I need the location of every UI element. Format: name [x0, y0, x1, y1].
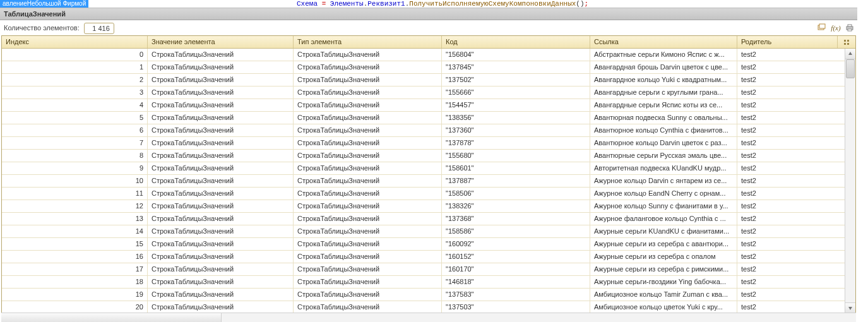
scroll-track[interactable] — [845, 59, 855, 302]
fx-icon[interactable]: f(x) — [831, 23, 841, 33]
cell-type: СтрокаТаблицыЗначений — [294, 238, 442, 250]
cell-value: СтрокаТаблицыЗначений — [148, 74, 294, 86]
cell-index: 14 — [2, 225, 148, 237]
cell-index: 19 — [2, 289, 148, 301]
table-row[interactable]: 11СтрокаТаблицыЗначенийСтрокаТаблицыЗнач… — [2, 188, 845, 200]
element-count-line: Количество элементов: 1 416 — [0, 21, 857, 35]
cell-value: СтрокаТаблицыЗначений — [148, 200, 294, 212]
cell-type: СтрокаТаблицыЗначений — [294, 213, 442, 225]
horizontal-scrollbar[interactable] — [1, 313, 856, 322]
column-header-type[interactable]: Тип элемента — [294, 36, 442, 48]
cell-code: "156804" — [442, 49, 590, 61]
cell-type: СтрокаТаблицыЗначений — [294, 61, 442, 73]
cell-value: СтрокаТаблицыЗначений — [148, 238, 294, 250]
cell-link: Абстрактные серьги Кимоно Яспис с ж... — [590, 49, 737, 61]
scroll-up-arrow-icon[interactable] — [845, 49, 855, 59]
table-row[interactable]: 9СтрокаТаблицыЗначенийСтрокаТаблицыЗначе… — [2, 162, 845, 175]
column-config-icon[interactable] — [838, 36, 855, 48]
print-icon[interactable] — [845, 23, 855, 33]
cell-parent: test2 — [737, 200, 845, 212]
cell-link: Ажурное фаланговое кольцо Cynthia с ... — [590, 213, 737, 225]
cell-type: СтрокаТаблицыЗначений — [294, 188, 442, 200]
table-row[interactable]: 2СтрокаТаблицыЗначенийСтрокаТаблицыЗначе… — [2, 74, 845, 86]
svg-marker-9 — [848, 52, 852, 55]
table-row[interactable]: 17СтрокаТаблицыЗначенийСтрокаТаблицыЗнач… — [2, 263, 845, 276]
table-row[interactable]: 16СтрокаТаблицыЗначенийСтрокаТаблицыЗнач… — [2, 251, 845, 263]
element-count-input[interactable]: 1 416 — [84, 23, 114, 34]
cell-code: "158601" — [442, 162, 590, 174]
cell-link: Авантюрное кольцо Cynthia с фианитов... — [590, 124, 737, 136]
cell-value: СтрокаТаблицыЗначений — [148, 276, 294, 288]
cell-index: 8 — [2, 150, 148, 162]
cell-index: 20 — [2, 301, 148, 313]
cell-parent: test2 — [737, 74, 845, 86]
cell-type: СтрокаТаблицыЗначений — [294, 124, 442, 136]
cell-type: СтрокаТаблицыЗначений — [294, 49, 442, 61]
svg-rect-6 — [847, 40, 849, 42]
column-header-index[interactable]: Индекс — [2, 36, 148, 48]
table-row[interactable]: 6СтрокаТаблицыЗначенийСтрокаТаблицыЗначе… — [2, 124, 845, 137]
panel-title: ТаблицаЗначений — [0, 8, 857, 20]
column-header-value[interactable]: Значение элемента — [148, 36, 294, 48]
table-row[interactable]: 0СтрокаТаблицыЗначенийСтрокаТаблицыЗначе… — [2, 49, 845, 61]
table-row[interactable]: 10СтрокаТаблицыЗначенийСтрокаТаблицыЗнач… — [2, 175, 845, 188]
table-row[interactable]: 7СтрокаТаблицыЗначенийСтрокаТаблицыЗначе… — [2, 137, 845, 150]
cell-value: СтрокаТаблицыЗначений — [148, 99, 294, 111]
cell-code: "137502" — [442, 74, 590, 86]
table-row[interactable]: 8СтрокаТаблицыЗначенийСтрокаТаблицыЗначе… — [2, 150, 845, 162]
cell-parent: test2 — [737, 238, 845, 250]
cell-type: СтрокаТаблицыЗначений — [294, 74, 442, 86]
table-row[interactable]: 14СтрокаТаблицыЗначенийСтрокаТаблицыЗнач… — [2, 225, 845, 238]
cell-value: СтрокаТаблицыЗначений — [148, 213, 294, 225]
table-row[interactable]: 12СтрокаТаблицыЗначенийСтрокаТаблицыЗнач… — [2, 200, 845, 213]
cards-icon[interactable] — [817, 23, 827, 33]
table-row[interactable]: 5СтрокаТаблицыЗначенийСтрокаТаблицыЗначе… — [2, 112, 845, 124]
cell-code: "137360" — [442, 124, 590, 136]
cell-type: СтрокаТаблицыЗначений — [294, 200, 442, 212]
table-row[interactable]: 18СтрокаТаблицыЗначенийСтрокаТаблицыЗнач… — [2, 276, 845, 289]
cell-value: СтрокаТаблицыЗначений — [148, 188, 294, 200]
cell-code: "154457" — [442, 99, 590, 111]
cell-code: "158506" — [442, 188, 590, 200]
cell-code: "160092" — [442, 238, 590, 250]
column-header-code[interactable]: Код — [442, 36, 590, 48]
table-row[interactable]: 3СтрокаТаблицыЗначенийСтрокаТаблицыЗначе… — [2, 86, 845, 99]
scroll-thumb[interactable] — [846, 59, 855, 78]
svg-rect-3 — [848, 25, 852, 27]
table-row[interactable]: 1СтрокаТаблицыЗначенийСтрокаТаблицыЗначе… — [2, 61, 845, 74]
cell-value: СтрокаТаблицыЗначений — [148, 150, 294, 162]
cell-code: "160152" — [442, 251, 590, 263]
cell-parent: test2 — [737, 61, 845, 73]
cell-index: 12 — [2, 200, 148, 212]
cell-parent: test2 — [737, 225, 845, 237]
vertical-scrollbar[interactable] — [845, 49, 855, 313]
cell-index: 3 — [2, 86, 148, 98]
cell-type: СтрокаТаблицыЗначений — [294, 99, 442, 111]
cell-index: 10 — [2, 175, 148, 187]
table-row[interactable]: 4СтрокаТаблицыЗначенийСтрокаТаблицыЗначе… — [2, 99, 845, 112]
external-tab-remnant: авлениеНебольшой Фирмой — [0, 0, 88, 8]
cell-value: СтрокаТаблицыЗначений — [148, 49, 294, 61]
table-header: Индекс Значение элемента Тип элемента Ко… — [2, 36, 855, 49]
cell-parent: test2 — [737, 99, 845, 111]
table-row[interactable]: 13СтрокаТаблицыЗначенийСтрокаТаблицыЗнач… — [2, 213, 845, 225]
scroll-down-arrow-icon[interactable] — [845, 302, 855, 313]
cell-link: Авантюрное кольцо Darvin цветок с раз... — [590, 137, 737, 149]
column-header-parent[interactable]: Родитель — [737, 36, 838, 48]
cell-code: "137583" — [442, 289, 590, 301]
table-row[interactable]: 15СтрокаТаблицыЗначенийСтрокаТаблицыЗнач… — [2, 238, 845, 251]
cell-parent: test2 — [737, 251, 845, 263]
cell-link: Авангардные серьги Яспис коты из се... — [590, 99, 737, 111]
cell-link: Авангардные серьги с круглыми грана... — [590, 86, 737, 98]
cell-type: СтрокаТаблицыЗначений — [294, 86, 442, 98]
table-row[interactable]: 19СтрокаТаблицыЗначенийСтрокаТаблицыЗнач… — [2, 289, 845, 301]
cell-type: СтрокаТаблицыЗначений — [294, 276, 442, 288]
cell-value: СтрокаТаблицыЗначений — [148, 112, 294, 124]
cell-value: СтрокаТаблицыЗначений — [148, 225, 294, 237]
cell-parent: test2 — [737, 175, 845, 187]
column-header-link[interactable]: Ссылка — [590, 36, 737, 48]
cell-code: "137368" — [442, 213, 590, 225]
cell-code: "146818" — [442, 276, 590, 288]
cell-parent: test2 — [737, 289, 845, 301]
table-row[interactable]: 20СтрокаТаблицыЗначенийСтрокаТаблицыЗнач… — [2, 301, 845, 313]
